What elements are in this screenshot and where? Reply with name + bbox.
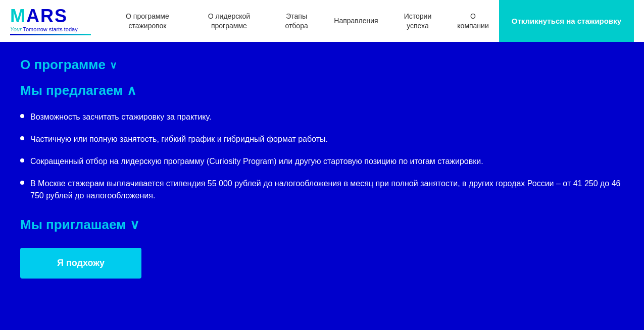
list-item: Частичную или полную занятость, гибкий г… [20, 133, 624, 145]
section-about-title[interactable]: О программе ∨ [20, 57, 624, 73]
nav-about-program[interactable]: О программе стажировок [106, 7, 189, 35]
section-about-arrow: ∨ [110, 59, 117, 71]
list-item: Сокращенный отбор на лидерскую программу… [20, 155, 624, 168]
list-item-text: Частичную или полную занятость, гибкий г… [30, 133, 328, 145]
header: MARS Your Tomorrow starts today О програ… [0, 0, 644, 42]
logo-tagline: Your Tomorrow starts today [10, 26, 91, 32]
list-item-text: Сокращенный отбор на лидерскую программу… [30, 155, 483, 168]
apply-button[interactable]: Я подхожу [20, 248, 141, 279]
list-item-text: В Москве стажерам выплачивается стипенди… [30, 178, 624, 202]
bullet-icon [20, 114, 24, 118]
main-content: О программе ∨ Мы предлагаем ∧ Возможност… [0, 42, 644, 294]
section-about-label: О программе [20, 57, 106, 73]
section-we-offer-title[interactable]: Мы предлагаем ∧ [20, 83, 624, 98]
logo-brand: MARS [10, 7, 91, 25]
we-offer-list: Возможность засчитать стажировку за прак… [20, 111, 624, 202]
section-we-invite-arrow: ∨ [130, 217, 139, 233]
section-we-invite-label: Мы приглашаем [20, 217, 126, 233]
nav-directions[interactable]: Направления [324, 11, 388, 30]
bullet-icon [20, 181, 24, 185]
nav-company[interactable]: О компании [447, 7, 499, 35]
bullet-icon [20, 158, 24, 162]
nav-success[interactable]: Истории успеха [388, 7, 448, 35]
section-we-offer-arrow: ∧ [127, 83, 136, 98]
section-we-invite-title[interactable]: Мы приглашаем ∨ [20, 217, 624, 233]
nav-leadership[interactable]: О лидерской программе [189, 7, 269, 35]
list-item: В Москве стажерам выплачивается стипенди… [20, 178, 624, 202]
cta-button[interactable]: Откликнуться на стажировку [499, 0, 634, 42]
list-item-text: Возможность засчитать стажировку за прак… [30, 111, 211, 123]
logo[interactable]: MARS Your Tomorrow starts today [10, 7, 91, 35]
main-nav: О программе стажировок О лидерской прогр… [106, 7, 499, 35]
list-item: Возможность засчитать стажировку за прак… [20, 111, 624, 123]
section-we-offer-label: Мы предлагаем [20, 83, 123, 98]
logo-underline [10, 34, 91, 35]
nav-stages[interactable]: Этапы отбора [269, 7, 324, 35]
bullet-icon [20, 136, 24, 140]
